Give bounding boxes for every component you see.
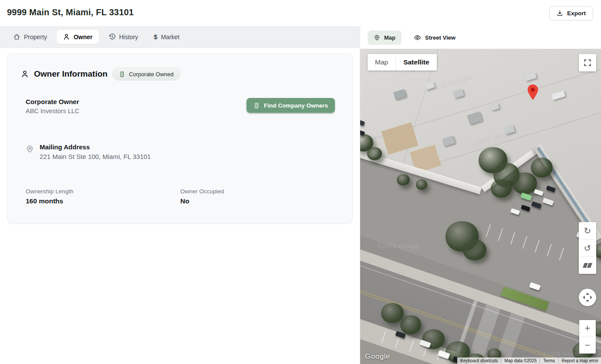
roof-hvac-unit: [453, 89, 464, 98]
export-label: Export: [567, 10, 586, 17]
corporate-owner-label: Corporate Owner: [26, 98, 79, 105]
pan-arrows-icon: [583, 293, 592, 302]
history-icon: [108, 33, 116, 40]
tab-history[interactable]: History: [102, 30, 145, 44]
building-icon: [253, 102, 260, 109]
mailing-address-field: Mailing Address 221 Main St Ste 100, Mia…: [26, 143, 151, 160]
left-panel: Property Owner History $: [0, 26, 360, 364]
report-map-error-link[interactable]: Report a map error: [559, 358, 601, 363]
ownership-length-value: 160 months: [26, 197, 180, 205]
google-logo: Google: [365, 352, 390, 361]
home-icon: [13, 33, 20, 40]
person-icon: [20, 70, 29, 78]
ownership-length-label: Ownership Length: [26, 188, 180, 195]
mailing-address-value: 221 Main St Ste 100, Miami, FL 33101: [40, 153, 151, 160]
eye-icon: [414, 34, 421, 41]
app-window: 9999 Main St, Miami, FL 33101 Export Pro…: [0, 0, 601, 364]
dollar-icon: $: [154, 34, 157, 40]
corporate-owner-field: Corporate Owner ABC Investors LLC: [26, 98, 79, 115]
fullscreen-icon: [584, 59, 591, 66]
roof-hvac-unit: [442, 136, 455, 147]
map-panel: Map Street View: [360, 26, 601, 364]
nav-tabbar: Property Owner History $: [0, 26, 360, 48]
tab-label: Owner: [74, 34, 93, 40]
building-icon: [119, 71, 125, 78]
roof-hvac-unit: [490, 103, 499, 111]
person-icon: [63, 33, 70, 40]
keyboard-shortcuts-link[interactable]: Keyboard shortcuts: [457, 358, 501, 363]
owner-card-title: Owner Information: [34, 69, 108, 79]
tab-property[interactable]: Property: [7, 30, 53, 44]
tab-label: History: [119, 34, 138, 40]
map-attribution: Keyboard shortcuts Map data ©2025 Terms …: [457, 357, 601, 364]
view-tab-street-view[interactable]: Street View: [413, 30, 456, 45]
zoom-in-button[interactable]: +: [579, 320, 596, 337]
tilt-icon: [584, 263, 591, 268]
corporate-owned-badge: Corporate Owned: [112, 67, 180, 81]
badge-label: Corporate Owned: [129, 71, 174, 78]
owner-occupied-value: No: [180, 197, 335, 205]
rotate-counterclockwise-button[interactable]: ↺: [579, 239, 596, 256]
tilt-view-button[interactable]: [579, 257, 596, 274]
roof-hvac-unit: [467, 111, 482, 125]
export-button[interactable]: Export: [549, 6, 593, 20]
map-type-control: Map Satellite: [368, 54, 437, 71]
view-tab-label: Street View: [425, 34, 456, 41]
rotate-tilt-controls: ↻ ↺: [579, 222, 596, 274]
map-pin-icon: [26, 145, 34, 160]
building-roof: [360, 49, 601, 240]
tab-market[interactable]: $ Market: [148, 30, 186, 44]
find-button-label: Find Company Owners: [264, 102, 328, 109]
map-type-map-button[interactable]: Map: [368, 54, 396, 71]
fullscreen-button[interactable]: [579, 54, 596, 71]
roof-tan-patch: [381, 122, 418, 155]
zoom-controls: + −: [579, 320, 596, 354]
map-data-label: Map data ©2025: [501, 358, 540, 363]
view-tab-label: Map: [384, 34, 395, 41]
roof-hvac-unit: [425, 81, 435, 90]
zoom-out-button[interactable]: −: [579, 337, 596, 354]
find-company-owners-button[interactable]: Find Company Owners: [246, 98, 335, 113]
mailing-address-label: Mailing Address: [40, 143, 151, 151]
corporate-owner-value: ABC Investors LLC: [26, 108, 79, 115]
map-pin-icon: [374, 34, 380, 41]
roof-hvac-unit: [524, 72, 537, 81]
owner-card-header: Owner Information Corporate Owned: [20, 67, 180, 81]
owner-occupied-field: Owner Occupied No: [180, 188, 335, 205]
tab-label: Market: [161, 34, 179, 40]
view-tab-map[interactable]: Map: [368, 30, 402, 45]
green-car: [520, 192, 532, 201]
tab-label: Property: [24, 34, 47, 40]
download-icon: [557, 10, 563, 17]
owner-occupied-label: Owner Occupied: [180, 188, 335, 195]
header: 9999 Main St, Miami, FL 33101 Export: [0, 0, 601, 26]
terms-link[interactable]: Terms: [540, 358, 558, 363]
roof-hvac-unit: [504, 125, 515, 135]
owner-information-card: Owner Information Corporate Owned Corpor…: [7, 53, 353, 224]
satellite-map[interactable]: ©2025 Google ©2025 Google ©2025 Google ©…: [360, 49, 601, 364]
map-type-satellite-button[interactable]: Satellite: [396, 54, 436, 71]
tab-owner[interactable]: Owner: [57, 30, 99, 44]
rotate-clockwise-button[interactable]: ↻: [579, 222, 596, 239]
pan-control-button[interactable]: [579, 289, 596, 306]
owner-stats-row: Ownership Length 160 months Owner Occupi…: [26, 188, 335, 205]
page-title: 9999 Main St, Miami, FL 33101: [7, 7, 134, 17]
roof-skylight: [551, 91, 566, 100]
map-marker[interactable]: [527, 84, 539, 101]
ownership-length-field: Ownership Length 160 months: [26, 188, 180, 205]
map-viewbar: Map Street View: [360, 26, 601, 49]
roof-hvac-unit: [393, 89, 406, 100]
